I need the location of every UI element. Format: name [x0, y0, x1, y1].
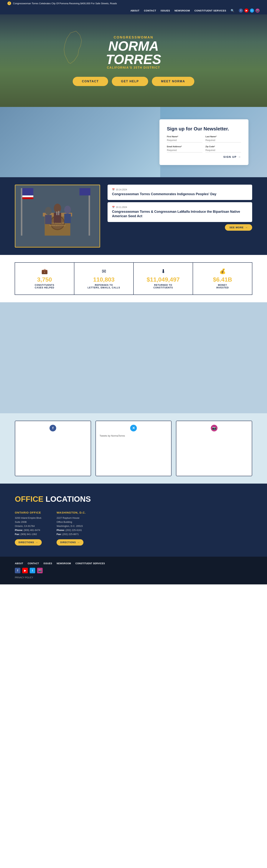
newsletter-first-name-label: First Name* — [167, 135, 203, 137]
envelope-icon: ✉ — [78, 268, 130, 274]
news-date-text-2: 10.11.2024 — [116, 206, 127, 209]
search-icon[interactable]: 🔍 — [231, 9, 234, 12]
news-image-inner: U.S. HOUSE OF REPRESENTATIVES — [16, 185, 100, 247]
alert-icon: ! — [7, 1, 11, 5]
stat-label-2: REPONSES TOLETTERS, EMAILS, CALLS — [78, 284, 130, 289]
stat-number-1: 3,750 — [19, 276, 70, 283]
svg-rect-16 — [54, 213, 61, 223]
facebook-icon: f — [50, 425, 56, 431]
newsletter-last-name-input[interactable] — [206, 138, 241, 143]
footer-issues[interactable]: ISSUES — [44, 562, 52, 565]
california-outline-icon — [61, 29, 83, 66]
footer-nav: ABOUT CONTACT ISSUES NEWSROOM CONSTITUEN… — [15, 562, 252, 565]
news-articles-container: 📅 10.14.2024 Congresswoman Torres Commem… — [108, 185, 252, 248]
see-more-button[interactable]: SEE MORE → — [225, 224, 252, 231]
instagram-card: 📷 — [176, 421, 252, 476]
footer-constituent-services[interactable]: CONSTITUENT SERVICES — [76, 562, 105, 565]
arrow-icon: → — [245, 226, 248, 229]
stat-number-3: $11,049,497 — [137, 276, 189, 283]
dc-directions-label: DIRECTIONS — [60, 541, 76, 544]
dc-address-line3: Washington, D.C. 20515 — [57, 524, 86, 528]
nav-about[interactable]: ABOUT — [130, 9, 139, 12]
video-section — [0, 302, 267, 413]
instagram-card-header: 📷 — [180, 425, 248, 431]
newsletter-zip-field: Zip Code* — [206, 146, 241, 152]
newsletter-zip-input[interactable] — [206, 148, 241, 152]
svg-text:REPRESENTATIVES: REPRESENTATIVES — [50, 225, 65, 226]
newsletter-first-name-input[interactable] — [167, 138, 203, 143]
nav-social-icons: f ▶ t 📷 — [239, 8, 260, 12]
svg-rect-18 — [64, 214, 71, 223]
news-image: U.S. HOUSE OF REPRESENTATIVES — [15, 185, 100, 248]
svg-rect-2 — [22, 188, 33, 195]
facebook-card-header: f — [19, 425, 87, 431]
stat-label-3: RETURNED TOCONSTITUENTS — [137, 284, 189, 289]
directions-arrow-icon: → — [35, 541, 38, 544]
twitter-icon: ✕ — [130, 425, 137, 431]
stat-number-4: $6.41B — [197, 276, 248, 283]
dc-phone: Phone: (202) 225-6161 — [57, 528, 86, 532]
newsletter-email-input[interactable] — [167, 148, 203, 152]
footer-instagram-icon[interactable]: 📷 — [37, 568, 43, 573]
footer-about[interactable]: ABOUT — [15, 562, 23, 565]
twitter-nav-icon[interactable]: t — [250, 8, 254, 12]
hero-section: CONGRESSWOMAN NORMA TORRES CALIFORNIA'S … — [0, 14, 267, 107]
news-title-1[interactable]: Congresswoman Torres Commemorates Indige… — [112, 192, 248, 196]
calendar-icon-2: 📅 — [112, 206, 115, 209]
footer: ABOUT CONTACT ISSUES NEWSROOM CONSTITUEN… — [0, 557, 267, 584]
newsletter-email-field: Email Address* — [167, 146, 203, 152]
footer-youtube-icon[interactable]: ▶ — [22, 568, 28, 573]
briefcase-icon: 💼 — [19, 268, 70, 274]
hero-name-line2: TORRES — [106, 53, 161, 66]
offices-title: OFFICE LOCATIONS — [15, 495, 252, 503]
footer-newsroom[interactable]: NEWSROOM — [57, 562, 71, 565]
newsletter-zip-label: Zip Code* — [206, 146, 241, 148]
newsletter-contact-row: Email Address* Zip Code* — [167, 146, 241, 152]
footer-contact[interactable]: CONTACT — [28, 562, 39, 565]
arrow-icon: → — [238, 155, 241, 158]
dc-office: WASHINGTON, D.C. 2227 Rayburn House Offi… — [57, 511, 86, 546]
ontario-office-address: 3200 Inland Empire Blvd. Suite 200B Onta… — [15, 516, 42, 536]
ontario-address-line3: Ontario, CA 91764 — [15, 524, 42, 528]
main-nav: ABOUT CONTACT ISSUES NEWSROOM CONSTITUEN… — [0, 7, 267, 14]
news-title-2[interactable]: Congresswoman Torres & Congressman LaMal… — [112, 210, 248, 218]
hero-content: CONGRESSWOMAN NORMA TORRES CALIFORNIA'S … — [106, 35, 161, 69]
dc-office-name: WASHINGTON, D.C. — [57, 511, 86, 514]
nav-constituent-services[interactable]: CONSTITUENT SERVICES — [194, 9, 226, 12]
offices-title-rest: LOCATIONS — [44, 495, 91, 503]
alert-bar: ! Congresswoman Torres Celebrates City O… — [0, 0, 267, 7]
svg-point-13 — [45, 207, 52, 215]
footer-facebook-icon[interactable]: f — [15, 568, 20, 573]
contact-hero-button[interactable]: CONTACT — [73, 77, 108, 86]
hero-buttons: CONTACT GET HELP MEET NORMA — [73, 77, 194, 86]
news-date-2: 📅 10.11.2024 — [112, 206, 248, 209]
see-more-label: SEE MORE — [229, 226, 244, 229]
ontario-directions-button[interactable]: DIRECTIONS → — [15, 539, 42, 546]
newsletter-first-name-field: First Name* — [167, 135, 203, 143]
nav-issues[interactable]: ISSUES — [161, 9, 170, 12]
stat-label-4: MONEYINVESTED — [197, 284, 248, 289]
dc-address-line2: Office Building — [57, 520, 86, 524]
nav-contact[interactable]: CONTACT — [144, 9, 156, 12]
meet-norma-hero-button[interactable]: MEET NORMA — [152, 77, 194, 86]
download-icon: ⬇ — [137, 268, 189, 274]
newsletter-signup-row: SIGN UP → — [167, 155, 241, 158]
newsletter-last-name-field: Last Name* — [206, 135, 241, 143]
nav-newsroom[interactable]: NEWSROOM — [175, 9, 190, 12]
twitter-card: ✕ Tweets by NormaTorres — [96, 421, 172, 476]
youtube-nav-icon[interactable]: ▶ — [244, 8, 248, 12]
hero-name: NORMA TORRES — [106, 39, 161, 66]
footer-privacy-link[interactable]: PRIVACY POLICY — [15, 576, 252, 579]
directions-arrow-icon-dc: → — [77, 541, 80, 544]
facebook-nav-icon[interactable]: f — [239, 8, 243, 12]
get-help-hero-button[interactable]: GET HELP — [112, 77, 148, 86]
instagram-icon: 📷 — [211, 425, 217, 431]
stat-card-1: 💼 3,750 CONSTITUENTSCASES HELPED — [15, 262, 74, 295]
newsletter-signup-label: SIGN UP — [223, 155, 237, 158]
newsletter-signup-button[interactable]: SIGN UP → — [223, 155, 241, 158]
instagram-nav-icon[interactable]: 📷 — [256, 8, 260, 12]
svg-point-15 — [54, 204, 61, 213]
dc-directions-button[interactable]: DIRECTIONS → — [57, 539, 83, 546]
stat-card-2: ✉ 110,803 REPONSES TOLETTERS, EMAILS, CA… — [74, 262, 134, 295]
footer-twitter-icon[interactable]: t — [30, 568, 35, 573]
